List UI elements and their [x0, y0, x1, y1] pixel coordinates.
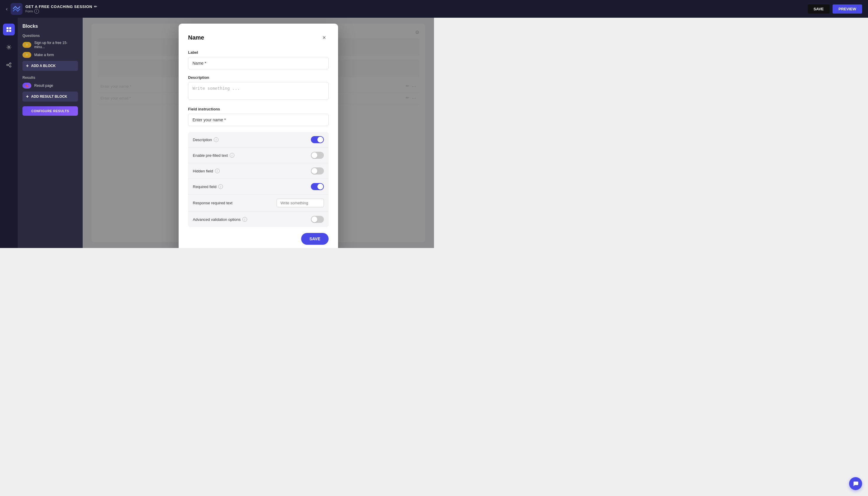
- label-field-label: Label: [188, 50, 329, 55]
- field-instructions-input[interactable]: [188, 114, 329, 126]
- required-setting-label: Required field i: [193, 184, 223, 189]
- modal-close-button[interactable]: ×: [320, 33, 329, 42]
- svg-point-8: [10, 66, 11, 67]
- result-block-icon: 🔖: [22, 83, 31, 89]
- prefilled-toggle-thumb: [311, 152, 317, 158]
- subtitle-text: Form: [26, 10, 33, 13]
- content-area: ⚙ Enter your name * ✏ ⋯ Enter your email…: [83, 18, 434, 248]
- modal-overlay: Name × Label Description Field instructi…: [83, 18, 434, 248]
- configure-results-button[interactable]: CONFIGURE RESULTS: [22, 106, 78, 116]
- questions-label: Questions: [22, 34, 78, 38]
- modal-header: Name ×: [188, 33, 329, 42]
- add-block-label: ADD A BLOCK: [31, 64, 56, 68]
- description-toggle-thumb: [317, 137, 323, 143]
- add-result-button[interactable]: + ADD RESULT BLOCK: [22, 92, 78, 102]
- description-field-input[interactable]: [188, 82, 329, 100]
- form-block-icon: 🔒: [22, 52, 31, 58]
- results-label: Results: [22, 76, 78, 80]
- description-field-group: Description: [188, 75, 329, 101]
- sidebar-item-result[interactable]: 🔖 Result page: [22, 83, 78, 89]
- subtitle-info-icon: i: [34, 9, 39, 14]
- page-title: GET A FREE COACHING SESSION ✏: [26, 4, 97, 9]
- advanced-info-icon: i: [243, 217, 247, 222]
- settings-row-required: Required field i: [188, 179, 329, 195]
- prefilled-toggle[interactable]: [311, 152, 324, 159]
- modal-title: Name: [188, 34, 204, 41]
- svg-rect-3: [6, 30, 9, 32]
- response-text-label: Response required text: [193, 201, 232, 205]
- settings-row-hidden: Hidden field i: [188, 163, 329, 179]
- result-block-label: Result page: [34, 83, 53, 88]
- svg-rect-2: [9, 27, 11, 29]
- add-block-plus: +: [26, 63, 29, 68]
- app-logo: [11, 3, 22, 15]
- description-field-label: Description: [188, 75, 329, 80]
- sidebar-icons: [0, 18, 18, 248]
- description-info-icon: i: [214, 137, 218, 142]
- response-text-input[interactable]: [277, 199, 324, 207]
- hidden-setting-label: Hidden field i: [193, 169, 220, 173]
- sidebar-item-form[interactable]: 🔒 Make a form: [22, 52, 78, 58]
- edit-title-icon[interactable]: ✏: [94, 4, 97, 9]
- title-area: GET A FREE COACHING SESSION ✏ Form i: [26, 4, 97, 14]
- prefilled-info-icon: i: [230, 153, 234, 158]
- svg-line-9: [8, 64, 10, 65]
- add-result-plus: +: [26, 94, 29, 99]
- settings-section: Description i Enable pre-filled text i: [188, 132, 329, 227]
- sidebar-icon-blocks[interactable]: [3, 24, 15, 35]
- settings-row-description: Description i: [188, 132, 329, 148]
- signup-block-label: Sign up for a free 15-minu...: [34, 41, 78, 49]
- settings-row-prefilled: Enable pre-filled text i: [188, 148, 329, 163]
- description-setting-label: Description i: [193, 137, 218, 142]
- hidden-info-icon: i: [215, 169, 220, 173]
- sidebar-icon-settings[interactable]: [3, 41, 15, 53]
- hidden-toggle-thumb: [311, 168, 317, 174]
- advanced-setting-label: Advanced validation options i: [193, 217, 247, 222]
- required-toggle-thumb: [317, 184, 323, 189]
- svg-rect-0: [11, 3, 22, 15]
- svg-point-5: [8, 46, 10, 48]
- svg-point-6: [10, 63, 11, 64]
- back-button[interactable]: ‹: [6, 6, 8, 12]
- signup-block-icon: 🔒: [22, 42, 31, 48]
- label-field-group: Label: [188, 50, 329, 69]
- topbar: ‹ GET A FREE COACHING SESSION ✏ Form i S…: [0, 0, 434, 18]
- svg-line-10: [8, 65, 10, 66]
- page-subtitle: Form i: [26, 9, 97, 14]
- settings-row-advanced: Advanced validation options i: [188, 212, 329, 227]
- blocks-title: Blocks: [22, 24, 78, 29]
- svg-rect-1: [6, 27, 9, 29]
- sidebar-icon-share[interactable]: [3, 59, 15, 71]
- add-result-label: ADD RESULT BLOCK: [31, 94, 67, 98]
- topbar-left: ‹ GET A FREE COACHING SESSION ✏ Form i: [6, 3, 434, 15]
- main-layout: Blocks Questions 🔒 Sign up for a free 15…: [0, 0, 434, 248]
- hidden-toggle[interactable]: [311, 167, 324, 174]
- advanced-toggle[interactable]: [311, 216, 324, 223]
- modal-save-button[interactable]: SAVE: [301, 233, 329, 245]
- label-field-input[interactable]: [188, 57, 329, 69]
- required-toggle[interactable]: [311, 183, 324, 190]
- title-text: GET A FREE COACHING SESSION: [26, 4, 92, 9]
- advanced-toggle-thumb: [311, 216, 317, 222]
- field-instructions-group: Field instructions: [188, 107, 329, 126]
- svg-rect-4: [9, 30, 11, 32]
- required-info-icon: i: [218, 184, 223, 189]
- field-instructions-label: Field instructions: [188, 107, 329, 111]
- sidebar-item-signup[interactable]: 🔒 Sign up for a free 15-minu...: [22, 41, 78, 49]
- prefilled-setting-label: Enable pre-filled text i: [193, 153, 234, 158]
- svg-point-7: [7, 64, 8, 66]
- name-modal: Name × Label Description Field instructi…: [179, 24, 338, 248]
- settings-row-response-text: Response required text: [188, 195, 329, 212]
- form-block-label: Make a form: [34, 53, 54, 57]
- sidebar-panel: Blocks Questions 🔒 Sign up for a free 15…: [18, 18, 83, 248]
- add-block-button[interactable]: + ADD A BLOCK: [22, 61, 78, 71]
- description-toggle[interactable]: [311, 136, 324, 143]
